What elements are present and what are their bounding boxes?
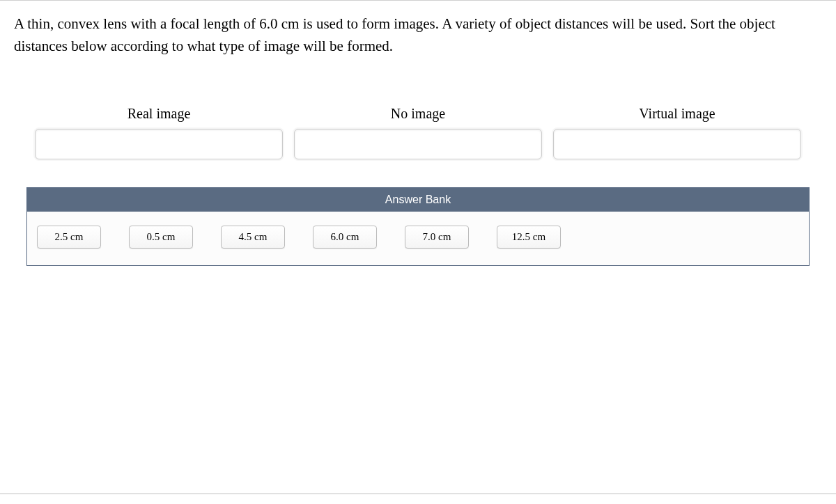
category-label: No image [391,106,445,122]
category-no-image: No image [294,106,542,159]
category-label: Virtual image [639,106,715,122]
answer-bank-body: 2.5 cm 0.5 cm 4.5 cm 6.0 cm 7.0 cm 12.5 … [27,212,809,265]
answer-chip[interactable]: 2.5 cm [37,226,101,249]
answer-chip[interactable]: 6.0 cm [313,226,377,249]
answer-chip[interactable]: 4.5 cm [221,226,285,249]
categories-row: Real image No image Virtual image [14,106,822,159]
question-content: A thin, convex lens with a focal length … [0,1,836,266]
category-virtual-image: Virtual image [553,106,801,159]
drop-zone-virtual-image[interactable] [553,129,801,159]
answer-bank-title: Answer Bank [27,188,809,212]
category-real-image: Real image [35,106,283,159]
question-text: A thin, convex lens with a focal length … [14,13,822,57]
answer-chip[interactable]: 0.5 cm [129,226,193,249]
answer-bank: Answer Bank 2.5 cm 0.5 cm 4.5 cm 6.0 cm … [26,187,810,266]
drop-zone-no-image[interactable] [294,129,542,159]
answer-chip[interactable]: 7.0 cm [405,226,469,249]
drop-zone-real-image[interactable] [35,129,283,159]
bottom-divider [0,493,836,494]
answer-chip[interactable]: 12.5 cm [497,226,561,249]
category-label: Real image [127,106,191,122]
